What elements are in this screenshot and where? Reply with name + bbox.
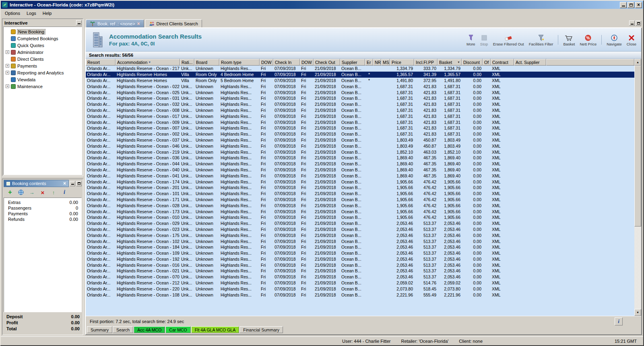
tab-direct-clients-search[interactable]: Direct Clients Search	[145, 19, 202, 27]
sidebar-item-viewdata[interactable]: +Viewdata	[4, 76, 82, 83]
stop-button[interactable]: Stop	[480, 33, 488, 46]
close-window-button[interactable]: ×	[635, 2, 642, 8]
add-item-icon[interactable]: +	[6, 189, 14, 196]
bottom-tab-financial-summary[interactable]: Financial Summary	[239, 326, 283, 333]
result-row[interactable]: Orlando Ar...Highlands Reserve - Ocean -…	[86, 125, 634, 131]
expand-icon[interactable]: +	[6, 64, 9, 68]
result-row[interactable]: Orlando Ar...Highlands Reserve - Ocean -…	[86, 113, 634, 119]
info-button[interactable]: i	[615, 317, 623, 325]
menu-help[interactable]: Help	[39, 10, 55, 16]
result-row[interactable]: Orlando Ar...Highlands Reserve - Ocean -…	[86, 131, 634, 137]
result-row[interactable]: Orlando Ar...Highlands Reserve - Ocean -…	[86, 214, 634, 220]
expand-icon[interactable]: +	[6, 50, 9, 54]
result-row[interactable]: Orlando Ar...Highlands Reserve - Ocean -…	[86, 137, 634, 143]
delete-icon[interactable]: ×	[39, 189, 46, 196]
column-header-act-supplier[interactable]: Act. Supplier	[514, 59, 546, 66]
bottom-tab-acc-4a-mco[interactable]: Acc 4A MCO	[134, 326, 165, 333]
sidebar-item-direct-clients[interactable]: +Direct Clients	[4, 56, 82, 62]
maximize-button[interactable]	[627, 2, 634, 8]
result-row[interactable]: Orlando Ar...Highlands Reserve - Ocean -…	[86, 89, 634, 95]
result-row[interactable]: Orlando Ar...Highlands Reserve - Ocean -…	[86, 202, 634, 208]
booking-panel-maximize-button[interactable]	[76, 181, 82, 186]
expand-icon[interactable]: +	[6, 84, 9, 88]
column-header-contract[interactable]: Contract	[491, 59, 514, 66]
column-header-rati[interactable]: Rati...	[180, 59, 194, 66]
result-row[interactable]: Orlando Ar...Highlands Reserve HomesVill…	[86, 72, 634, 78]
column-header-board[interactable]: Board	[194, 59, 219, 66]
bottom-tab-summary[interactable]: Summary	[87, 326, 112, 333]
result-row[interactable]: Orlando Ar...Highlands Reserve - Ocean -…	[86, 66, 634, 72]
result-row[interactable]: Orlando Ar...Highlands Reserve - Ocean -…	[86, 149, 634, 155]
result-row[interactable]: Orlando Ar...Highlands Reserve - Ocean -…	[86, 161, 634, 167]
result-row[interactable]: Orlando Ar...Highlands Reserve - Ocean -…	[86, 208, 634, 214]
result-row[interactable]: Orlando Ar...Highlands Reserve - Ocean -…	[86, 232, 634, 238]
result-row[interactable]: Orlando Ar...Highlands Reserve - Ocean -…	[86, 286, 634, 292]
result-row[interactable]: Orlando Ar...Highlands Reserve - Ocean -…	[86, 83, 634, 89]
result-row[interactable]: Orlando Ar...Highlands Reserve - Ocean -…	[86, 292, 634, 298]
sidebar-item-completed-bookings[interactable]: +Completed Bookings	[4, 35, 82, 42]
result-row[interactable]: Orlando Ar...Highlands Reserve - Ocean -…	[86, 119, 634, 125]
sidebar-item-payments[interactable]: +Payments	[4, 62, 82, 69]
bottom-tab-search[interactable]: Search	[113, 326, 133, 333]
close-tab-icon[interactable]: ×	[137, 21, 140, 27]
result-row[interactable]: Orlando Ar...Highlands Reserve - Ocean -…	[86, 256, 634, 262]
panel-restore-button[interactable]	[636, 21, 641, 26]
column-header-room-type[interactable]: Room type	[219, 59, 260, 66]
column-header-check-in[interactable]: Check In	[273, 59, 300, 66]
column-header-dow[interactable]: DOW	[260, 59, 273, 66]
tab-booking-ref[interactable]: Book. ref .: <none> ×	[86, 19, 144, 27]
result-row[interactable]: Orlando Ar...Highlands Reserve - Ocean -…	[86, 155, 634, 161]
navigate-button[interactable]: Navigate	[607, 33, 622, 46]
more-button[interactable]: More	[466, 33, 475, 46]
close-results-button[interactable]: Close	[627, 33, 636, 46]
export-icon[interactable]: ↑	[50, 189, 57, 196]
booking-info-icon[interactable]: i	[61, 189, 68, 196]
scroll-down-icon[interactable]: ▼	[634, 309, 641, 316]
result-row[interactable]: Orlando Ar...Highlands Reserve - Ocean -…	[86, 227, 634, 233]
result-row[interactable]: Orlando Ar...Highlands Reserve - Ocean -…	[86, 197, 634, 203]
result-row[interactable]: Orlando Ar...Highlands Reserve - Ocean -…	[86, 107, 634, 113]
result-row[interactable]: Orlando Ar...Highlands Reserve - Ocean -…	[86, 268, 634, 274]
column-header-price[interactable]: Price	[390, 59, 414, 66]
scroll-track[interactable]	[634, 227, 641, 309]
menu-logs[interactable]: Logs	[23, 10, 39, 16]
nett-price-button[interactable]: % Nett Price	[580, 33, 597, 46]
bottom-tab-car-mco[interactable]: Car MCO	[165, 326, 190, 333]
facilities-filter-button[interactable]: Facilities Filter	[529, 33, 553, 46]
sidebar-item-new-booking[interactable]: +New Booking	[4, 28, 82, 35]
column-header-nr[interactable]: NR	[373, 59, 381, 66]
result-row[interactable]: Orlando Ar...Highlands Reserve - Ocean -…	[86, 274, 634, 280]
result-row[interactable]: Orlando Ar...Highlands Reserve - Ocean -…	[86, 179, 634, 185]
column-header-dow[interactable]: DOW	[300, 59, 314, 66]
result-row[interactable]: Orlando Ar...Highlands Reserve - Ocean -…	[86, 280, 634, 286]
scroll-up-icon[interactable]: ▲	[634, 59, 641, 66]
booking-contents-tab[interactable]: Booking contents ×	[4, 180, 69, 187]
column-header-er[interactable]: Er	[365, 59, 373, 66]
column-header-of[interactable]: Of	[483, 59, 491, 66]
result-row[interactable]: Orlando Ar...Highlands Reserve - Ocean -…	[86, 95, 634, 101]
expand-icon[interactable]: +	[6, 71, 9, 74]
column-header-incl-fl-pp[interactable]: Incl.Fl.PP	[414, 59, 438, 66]
sidebar-item-administrator[interactable]: +Administrator	[4, 49, 82, 56]
scroll-thumb[interactable]	[634, 66, 641, 227]
result-row[interactable]: Orlando Ar...Highlands Reserve - Ocean -…	[86, 173, 634, 179]
result-row[interactable]: Orlando Ar...Highlands Reserve - Ocean -…	[86, 250, 634, 256]
column-header-ms[interactable]: MS	[381, 59, 390, 66]
column-header-check-out[interactable]: Check Out	[314, 59, 340, 66]
column-header-resort[interactable]: Resort	[86, 59, 116, 66]
result-row[interactable]: Orlando Ar...Highlands Reserve - Ocean -…	[86, 191, 634, 197]
column-header-accommodation[interactable]: Accommodation▼	[116, 59, 180, 66]
vertical-scrollbar[interactable]: ▲ ▼	[634, 59, 641, 316]
import-icon[interactable]: →	[28, 189, 35, 196]
basket-button[interactable]: Basket	[563, 33, 575, 46]
menu-options[interactable]: Options	[2, 10, 23, 16]
result-row[interactable]: Orlando Ar...Highlands Reserve - Ocean -…	[86, 185, 634, 191]
result-row[interactable]: Orlando Ar...Highlands Reserve - Ocean -…	[86, 167, 634, 173]
panel-minimize-button[interactable]	[629, 21, 635, 26]
result-row[interactable]: Orlando Ar...Highlands Reserve - Ocean -…	[86, 101, 634, 107]
column-header-supplier[interactable]: Supplier	[340, 59, 365, 66]
sidebar-item-maintenance[interactable]: +Maintenance	[4, 83, 82, 90]
bottom-tab-flt-4a-gla-mco-gla[interactable]: Flt 4A GLA MCO GLA	[191, 326, 239, 333]
sidebar-item-quick-quotes[interactable]: +Quick Quotes	[4, 42, 82, 49]
booking-panel-minimize-button[interactable]	[70, 181, 75, 186]
